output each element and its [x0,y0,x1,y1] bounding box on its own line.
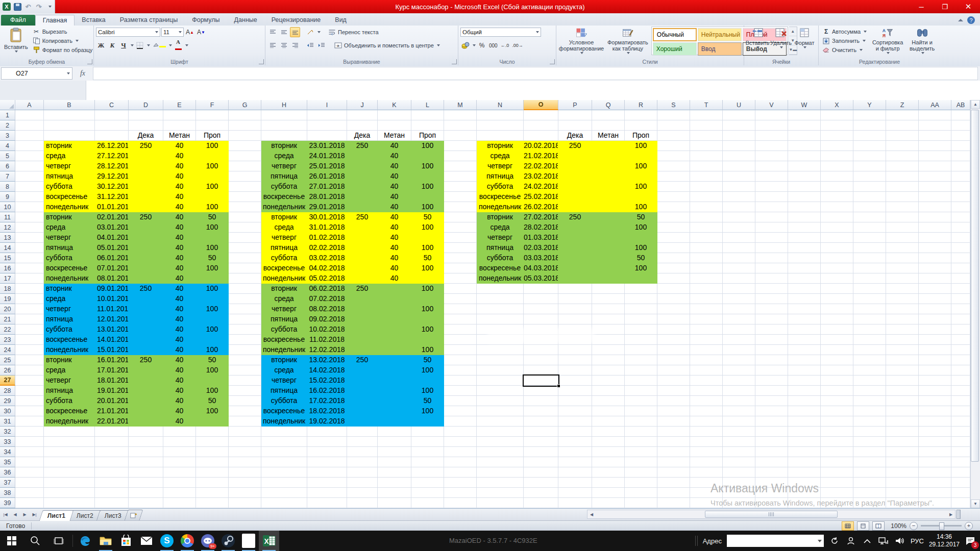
cell-V23[interactable] [755,335,788,345]
cell-G27[interactable] [229,375,261,386]
cell-Z17[interactable] [886,273,919,284]
taskbar-app-chrome[interactable] [177,531,198,551]
cell-J8[interactable] [347,182,378,192]
cell-B28[interactable]: пятница [44,386,95,396]
cell-S22[interactable] [657,324,690,335]
cell-AA30[interactable] [919,406,951,416]
cell-L14[interactable]: 100 [411,243,444,253]
cell-Q16[interactable] [592,263,625,273]
cell-AB22[interactable] [951,324,970,335]
cell-Z34[interactable] [886,447,919,457]
dialog-launcher-icon[interactable] [259,59,264,64]
cell-T25[interactable] [690,355,723,365]
cell-N26[interactable] [477,365,524,375]
cell-H27[interactable]: четверг [261,375,307,386]
cell-R18[interactable] [625,284,657,294]
cell-P11[interactable]: 250 [558,212,592,222]
cell-B20[interactable]: четверг [44,304,95,314]
cell-J27[interactable] [347,375,378,386]
cell-Q37[interactable] [592,478,625,488]
cell-A7[interactable] [15,171,44,182]
cell-N8[interactable]: суббота [477,182,524,192]
cell-E14[interactable]: 40 [163,243,196,253]
cell-S3[interactable] [657,131,690,141]
cell-Z35[interactable] [886,457,919,467]
cell-L25[interactable]: 50 [411,355,444,365]
cell-L35[interactable] [411,457,444,467]
cell-J39[interactable] [347,498,378,508]
row-header-39[interactable]: 39 [0,498,15,508]
cell-AA17[interactable] [919,273,951,284]
cell-R23[interactable] [625,335,657,345]
cell-U4[interactable] [723,141,755,151]
cell-J24[interactable] [347,345,378,355]
cell-E16[interactable]: 40 [163,263,196,273]
cell-AB20[interactable] [951,304,970,314]
chevron-down-icon[interactable] [147,44,150,46]
cell-Q8[interactable] [592,182,625,192]
cell-P21[interactable] [558,314,592,324]
cell-Y24[interactable] [853,345,886,355]
format-painter-button[interactable]: Формат по образцу [31,45,94,55]
cell-A13[interactable] [15,233,44,243]
cell-U13[interactable] [723,233,755,243]
cell-L38[interactable] [411,488,444,498]
cell-L28[interactable]: 100 [411,386,444,396]
cell-X16[interactable] [821,263,853,273]
cell-I6[interactable]: 25.01.2018 [307,161,347,171]
cell-D26[interactable] [129,365,163,375]
cell-AA9[interactable] [919,192,951,202]
cell-X2[interactable] [821,120,853,131]
cell-X27[interactable] [821,375,853,386]
cell-F14[interactable]: 100 [196,243,229,253]
cell-Q20[interactable] [592,304,625,314]
page-break-view-button[interactable] [872,521,885,531]
ribbon-tab-главная[interactable]: Главная [35,15,75,26]
cell-N34[interactable] [477,447,524,457]
column-header-A[interactable]: A [15,100,44,110]
dialog-launcher-icon[interactable] [87,59,92,64]
chevron-down-icon[interactable] [317,31,321,33]
cell-R7[interactable] [625,171,657,182]
cell-Y30[interactable] [853,406,886,416]
cell-X23[interactable] [821,335,853,345]
cell-J22[interactable] [347,324,378,335]
cell-P29[interactable] [558,396,592,406]
cell-I28[interactable]: 16.02.2018 [307,386,347,396]
cell-O4[interactable]: 20.02.2018 [524,141,558,151]
paste-button[interactable]: Вставить [2,27,30,55]
cell-J15[interactable] [347,253,378,263]
cell-V20[interactable] [755,304,788,314]
cell-U27[interactable] [723,375,755,386]
cell-I22[interactable]: 10.02.2018 [307,324,347,335]
cell-M7[interactable] [444,171,477,182]
cell-P6[interactable] [558,161,592,171]
cell-M35[interactable] [444,457,477,467]
cell-U24[interactable] [723,345,755,355]
cell-X15[interactable] [821,253,853,263]
cell-AA4[interactable] [919,141,951,151]
cell-T13[interactable] [690,233,723,243]
cell-M3[interactable] [444,131,477,141]
cell-V27[interactable] [755,375,788,386]
taskbar-app-store[interactable] [116,531,136,551]
cell-I25[interactable]: 13.02.2018 [307,355,347,365]
cell-AA11[interactable] [919,212,951,222]
cell-W25[interactable] [788,355,821,365]
cell-L26[interactable]: 100 [411,365,444,375]
column-header-AB[interactable]: AB [951,100,970,110]
column-header-O[interactable]: O [524,100,558,110]
cell-Y28[interactable] [853,386,886,396]
cell-AA14[interactable] [919,243,951,253]
cell-K39[interactable] [378,498,411,508]
cell-H36[interactable] [261,467,307,478]
cell-F25[interactable]: 50 [196,355,229,365]
cell-E31[interactable]: 40 [163,416,196,427]
cell-N19[interactable] [477,294,524,304]
row-header-5[interactable]: 5 [0,151,15,161]
cell-F17[interactable] [196,273,229,284]
cell-Q38[interactable] [592,488,625,498]
cell-B30[interactable]: воскресенье [44,406,95,416]
cell-I1[interactable] [307,110,347,120]
cell-AA36[interactable] [919,467,951,478]
